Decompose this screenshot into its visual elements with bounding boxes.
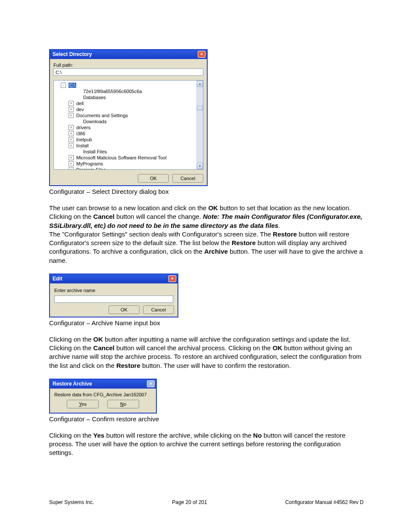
cancel-button[interactable]: Cancel: [172, 174, 203, 183]
tree-spacer: [76, 149, 81, 154]
tree-node[interactable]: +Microsoft Malicious Software Removal To…: [56, 155, 196, 161]
select-directory-title: Select Directory: [53, 51, 92, 57]
yes-button[interactable]: Yes: [67, 400, 99, 408]
footer-left: Super Systems Inc.: [49, 499, 94, 505]
archive-name-label: Enter archive name: [54, 288, 173, 293]
tree-node[interactable]: +dev: [56, 106, 196, 112]
expand-icon[interactable]: +: [68, 107, 74, 112]
tree-node-label: dev: [76, 107, 84, 112]
footer-center: Page 20 of 201: [172, 499, 207, 505]
expand-icon[interactable]: +: [68, 167, 74, 170]
dialog2-caption: Configurator – Archive Name input box: [49, 319, 364, 327]
ok-button[interactable]: OK: [138, 174, 169, 183]
tree-node-label: Documents and Settings: [76, 113, 128, 118]
tree-scrollbar[interactable]: ▲ ▼: [196, 80, 203, 170]
expand-icon[interactable]: +: [68, 161, 74, 166]
tree-node[interactable]: Databases: [56, 94, 196, 100]
restore-titlebar[interactable]: Restore Archive ×: [50, 380, 156, 389]
scroll-up-icon[interactable]: ▲: [197, 81, 203, 87]
tree-node-label: Install: [76, 143, 89, 148]
no-button[interactable]: No: [107, 400, 139, 408]
tree-node-label: dell: [76, 101, 84, 106]
directory-tree[interactable]: -C:\72e11f89a655956c6005c6aDatabases+del…: [53, 80, 196, 170]
tree-node-label: Program Files: [76, 167, 106, 170]
close-icon[interactable]: ×: [168, 275, 176, 282]
expand-icon[interactable]: +: [68, 131, 74, 136]
edit-titlebar[interactable]: Edit ×: [50, 274, 177, 283]
tree-node[interactable]: Install Files: [56, 149, 196, 155]
close-icon[interactable]: ×: [198, 51, 206, 58]
tree-node-label: Install Files: [83, 149, 107, 154]
archive-name-input[interactable]: [54, 296, 173, 303]
restore-message: Restore data from CFG_Archive Jan162007: [50, 389, 156, 399]
tree-node[interactable]: -C:\: [56, 82, 196, 88]
scroll-thumb[interactable]: [197, 106, 203, 110]
close-icon: ×: [147, 380, 155, 387]
tree-node-label: Databases: [83, 95, 106, 100]
tree-node-label: 72e11f89a655956c6005c6a: [83, 89, 142, 94]
expand-icon[interactable]: +: [68, 101, 74, 106]
tree-node[interactable]: +MyPrograms: [56, 161, 196, 167]
scroll-down-icon[interactable]: ▼: [197, 163, 203, 169]
expand-icon[interactable]: +: [68, 143, 74, 148]
tree-spacer: [76, 89, 81, 93]
tree-node[interactable]: +Inetpub: [56, 137, 196, 143]
paragraph-1: The user can browse to a new location an…: [49, 204, 364, 265]
expand-icon[interactable]: +: [68, 113, 74, 118]
ok-button[interactable]: OK: [109, 305, 140, 314]
tree-node[interactable]: +Program Files: [56, 167, 196, 170]
tree-node-label: i386: [76, 131, 85, 136]
tree-node[interactable]: +Documents and Settings: [56, 112, 196, 118]
select-directory-dialog: Select Directory × Full path: -C:\72e11f…: [49, 49, 208, 186]
footer-right: Configurator Manual #4562 Rev D: [285, 499, 364, 505]
cancel-button[interactable]: Cancel: [143, 305, 174, 314]
tree-node[interactable]: +i386: [56, 131, 196, 137]
select-directory-titlebar[interactable]: Select Directory ×: [50, 50, 207, 59]
page-footer: Super Systems Inc. Page 20 of 201 Config…: [49, 499, 364, 505]
tree-node-label: drivers: [76, 125, 90, 130]
full-path-label: Full path:: [53, 62, 203, 68]
restore-archive-dialog: Restore Archive × Restore data from CFG_…: [49, 379, 157, 414]
tree-node[interactable]: +dell: [56, 100, 196, 106]
tree-node[interactable]: +drivers: [56, 124, 196, 131]
tree-spacer: [76, 119, 81, 124]
tree-spacer: [76, 95, 81, 100]
full-path-input[interactable]: [53, 68, 203, 76]
edit-archive-dialog: Edit × Enter archive name OK Cancel: [49, 274, 178, 317]
tree-node-label: Downloads: [83, 119, 106, 124]
dialog1-caption: Configurator – Select Directory dialog b…: [49, 188, 364, 195]
paragraph-3: Clicking on the OK button after inputtin…: [49, 335, 364, 370]
tree-node-label: Microsoft Malicious Software Removal Too…: [76, 155, 166, 160]
expand-icon[interactable]: +: [68, 155, 74, 160]
tree-node-label: MyPrograms: [76, 161, 103, 166]
expand-icon[interactable]: +: [68, 125, 74, 130]
tree-node-label: C:\: [68, 83, 76, 88]
tree-node[interactable]: 72e11f89a655956c6005c6a: [56, 88, 196, 94]
tree-node[interactable]: +Install: [56, 143, 196, 149]
restore-title: Restore Archive: [53, 381, 92, 387]
edit-title: Edit: [53, 276, 62, 282]
tree-node[interactable]: Downloads: [56, 118, 196, 124]
collapse-icon[interactable]: -: [61, 83, 66, 88]
dialog3-caption: Configurator – Confirm restore archive: [49, 415, 364, 423]
tree-node-label: Inetpub: [76, 137, 92, 142]
expand-icon[interactable]: +: [68, 137, 74, 142]
paragraph-4: Clicking on the Yes button will restore …: [49, 431, 364, 457]
